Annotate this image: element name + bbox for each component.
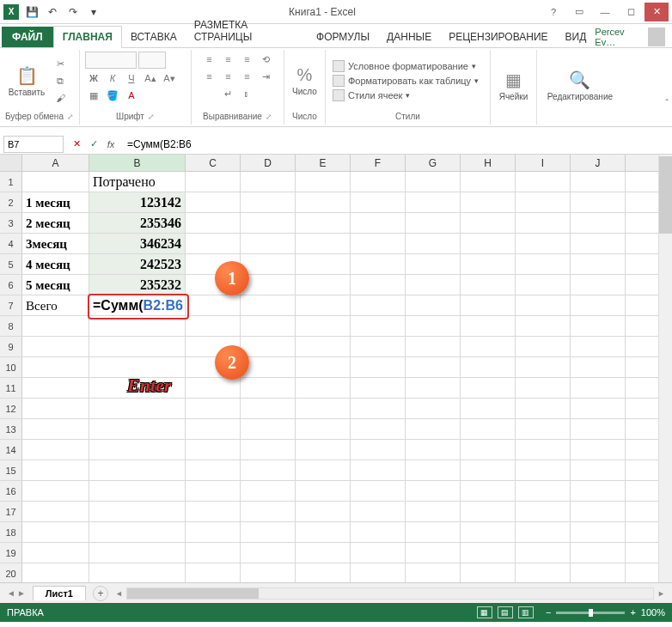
col-header[interactable]: I bbox=[516, 155, 571, 171]
cell[interactable] bbox=[22, 460, 89, 480]
cell[interactable]: 346234 bbox=[89, 234, 186, 253]
avatar[interactable] bbox=[648, 27, 665, 46]
cell[interactable] bbox=[516, 378, 571, 398]
cell[interactable] bbox=[571, 275, 626, 295]
col-header[interactable]: E bbox=[296, 155, 351, 171]
row-header[interactable]: 16 bbox=[0, 481, 22, 501]
cell[interactable] bbox=[461, 481, 516, 501]
underline-button[interactable]: Ч bbox=[123, 70, 140, 86]
format-as-table-button[interactable]: Форматировать как таблицу▾ bbox=[331, 74, 480, 88]
font-color-button[interactable]: A bbox=[123, 88, 140, 103]
row-header[interactable]: 2 bbox=[0, 192, 22, 212]
align-right-button[interactable]: ≡ bbox=[238, 69, 255, 84]
shrink-font-button[interactable]: A▾ bbox=[161, 70, 178, 86]
cell[interactable]: 242523 bbox=[89, 254, 186, 274]
cell[interactable] bbox=[241, 254, 296, 274]
cell[interactable] bbox=[351, 213, 406, 233]
tab-view[interactable]: ВИД bbox=[557, 27, 596, 47]
tab-formulas[interactable]: ФОРМУЛЫ bbox=[308, 27, 378, 47]
cell[interactable] bbox=[186, 543, 241, 563]
cell[interactable] bbox=[461, 502, 516, 521]
cell[interactable] bbox=[22, 399, 89, 418]
cell[interactable] bbox=[406, 563, 461, 582]
cut-button[interactable]: ✂ bbox=[52, 56, 69, 71]
col-header[interactable]: G bbox=[406, 155, 461, 171]
cell[interactable] bbox=[351, 481, 406, 501]
cell[interactable] bbox=[186, 295, 241, 315]
cell[interactable] bbox=[351, 316, 406, 336]
formula-input[interactable] bbox=[124, 138, 669, 150]
cell[interactable] bbox=[186, 419, 241, 439]
cell[interactable] bbox=[22, 481, 89, 501]
cell[interactable] bbox=[186, 213, 241, 233]
cell[interactable] bbox=[461, 563, 516, 582]
col-header[interactable]: A bbox=[22, 155, 89, 171]
tab-home[interactable]: ГЛАВНАЯ bbox=[53, 26, 122, 48]
cell[interactable] bbox=[296, 234, 351, 253]
cell[interactable] bbox=[186, 399, 241, 418]
paste-button[interactable]: 📋 Вставить bbox=[5, 52, 48, 109]
cell[interactable] bbox=[406, 419, 461, 439]
merge-button[interactable]: ⫾ bbox=[238, 86, 255, 101]
vertical-scrollbar[interactable] bbox=[658, 155, 672, 582]
cell[interactable] bbox=[571, 172, 626, 192]
row-header[interactable]: 3 bbox=[0, 213, 22, 233]
cell[interactable] bbox=[89, 419, 186, 439]
borders-button[interactable]: ▦ bbox=[85, 88, 102, 103]
cell[interactable] bbox=[89, 399, 186, 418]
qat-customize-icon[interactable]: ▾ bbox=[84, 3, 103, 21]
col-header[interactable]: C bbox=[186, 155, 241, 171]
cell[interactable] bbox=[516, 419, 571, 439]
cell[interactable] bbox=[571, 502, 626, 521]
cell[interactable] bbox=[186, 192, 241, 212]
align-center-button[interactable]: ≡ bbox=[219, 69, 236, 84]
tab-data[interactable]: ДАННЫЕ bbox=[378, 27, 440, 47]
indent-button[interactable]: ⇥ bbox=[257, 69, 274, 84]
cell[interactable] bbox=[241, 543, 296, 563]
cell[interactable] bbox=[89, 481, 186, 501]
fill-color-button[interactable]: 🪣 bbox=[104, 88, 121, 103]
cell[interactable]: 5 месяц bbox=[22, 275, 89, 295]
cell[interactable] bbox=[296, 213, 351, 233]
align-bottom-button[interactable]: ≡ bbox=[238, 52, 255, 67]
col-header[interactable]: J bbox=[571, 155, 626, 171]
cell[interactable] bbox=[296, 543, 351, 563]
cell[interactable] bbox=[22, 378, 89, 398]
cell[interactable] bbox=[241, 399, 296, 418]
cell[interactable] bbox=[351, 419, 406, 439]
view-normal-button[interactable]: ▦ bbox=[477, 606, 492, 618]
col-header[interactable]: H bbox=[461, 155, 516, 171]
cell[interactable] bbox=[296, 502, 351, 521]
cell[interactable] bbox=[241, 460, 296, 480]
cell[interactable] bbox=[461, 295, 516, 315]
cell[interactable] bbox=[461, 213, 516, 233]
cell[interactable] bbox=[296, 172, 351, 192]
zoom-out-button[interactable]: − bbox=[546, 607, 551, 618]
align-top-button[interactable]: ≡ bbox=[200, 52, 217, 67]
cell[interactable] bbox=[22, 522, 89, 542]
insert-function-button[interactable]: fx bbox=[103, 137, 119, 152]
close-button[interactable]: ✕ bbox=[645, 3, 669, 21]
cell[interactable] bbox=[406, 295, 461, 315]
cell[interactable] bbox=[89, 563, 186, 582]
cell[interactable] bbox=[22, 357, 89, 377]
row-header[interactable]: 8 bbox=[0, 316, 22, 336]
cell[interactable] bbox=[571, 563, 626, 582]
cell[interactable] bbox=[461, 275, 516, 295]
row-header[interactable]: 6 bbox=[0, 275, 22, 295]
cell[interactable] bbox=[296, 295, 351, 315]
row-header[interactable]: 15 bbox=[0, 460, 22, 480]
cell[interactable] bbox=[296, 481, 351, 501]
cell[interactable] bbox=[351, 337, 406, 356]
cell[interactable] bbox=[89, 316, 186, 336]
cell[interactable]: 4 месяц bbox=[22, 254, 89, 274]
format-painter-button[interactable]: 🖌 bbox=[52, 90, 69, 106]
cell[interactable] bbox=[571, 419, 626, 439]
cell[interactable] bbox=[89, 440, 186, 460]
cell[interactable] bbox=[22, 419, 89, 439]
conditional-formatting-button[interactable]: Условное форматирование▾ bbox=[331, 59, 480, 73]
cell[interactable] bbox=[406, 440, 461, 460]
cell[interactable] bbox=[241, 316, 296, 336]
cell[interactable] bbox=[461, 316, 516, 336]
cell[interactable] bbox=[296, 378, 351, 398]
